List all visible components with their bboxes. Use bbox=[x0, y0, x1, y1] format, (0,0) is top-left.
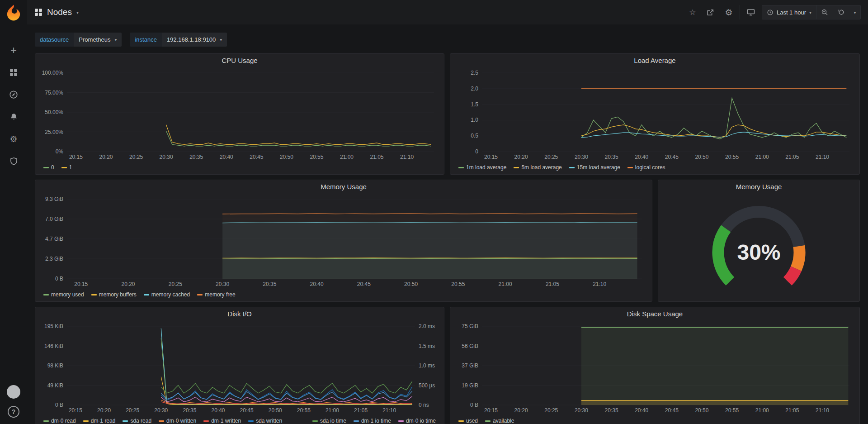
legend-item-sda-io-time[interactable]: sda io time bbox=[312, 418, 346, 424]
panel-title[interactable]: CPU Usage bbox=[35, 54, 444, 67]
plus-icon: + bbox=[10, 45, 17, 56]
disk-io-legend: dm-0 readdm-1 readsda readdm-0 writtendm… bbox=[43, 416, 436, 424]
legend-item-1[interactable]: 1 bbox=[61, 164, 72, 171]
caret-down-icon: ▾ bbox=[809, 10, 811, 15]
legend-item-memory-free[interactable]: memory free bbox=[197, 291, 235, 298]
svg-text:21:00: 21:00 bbox=[340, 154, 354, 160]
panel-title[interactable]: Disk I/O bbox=[35, 307, 444, 321]
svg-text:20:30: 20:30 bbox=[160, 154, 173, 160]
disk-io-chart[interactable]: 0 B0 ns49 KiB500 µs98 KiB1.0 ms146 KiB1.… bbox=[39, 322, 440, 415]
svg-text:20:40: 20:40 bbox=[635, 154, 648, 160]
star-dashboard-button[interactable]: ☆ bbox=[685, 5, 700, 19]
svg-text:21:10: 21:10 bbox=[816, 407, 829, 414]
zoom-out-button[interactable] bbox=[816, 5, 833, 19]
dashboards-grid-icon bbox=[9, 68, 18, 76]
dashboard-settings-button[interactable]: ⚙ bbox=[722, 5, 736, 19]
svg-text:20:20: 20:20 bbox=[514, 407, 528, 414]
template-variables: datasource Prometheus ▾ instance 192.168… bbox=[35, 33, 227, 47]
refresh-interval-dropdown[interactable]: ▾ bbox=[849, 5, 860, 19]
legend-item-dm-1-io-time[interactable]: dm-1 io time bbox=[354, 418, 391, 424]
gear-icon: ⚙ bbox=[9, 135, 17, 143]
disk-space-chart[interactable]: 0 B19 GiB37 GiB56 GiB75 GiB20:1520:2020:… bbox=[454, 322, 856, 415]
legend-item-dm-1-written[interactable]: dm-1 written bbox=[203, 418, 241, 424]
instance-select[interactable]: 192.168.1.18:9100 ▾ bbox=[162, 33, 227, 47]
sidebar-item-alerting[interactable] bbox=[8, 111, 19, 123]
sidebar-item-explore[interactable] bbox=[8, 89, 19, 100]
panel-memory-usage-gauge: Memory Usage 30% bbox=[658, 180, 860, 302]
refresh-button[interactable] bbox=[833, 5, 849, 19]
svg-text:20:25: 20:25 bbox=[544, 407, 558, 414]
svg-text:49 KiB: 49 KiB bbox=[47, 382, 63, 389]
svg-text:500 µs: 500 µs bbox=[419, 382, 435, 389]
sidebar-bottom: ? bbox=[7, 385, 20, 424]
help-icon: ? bbox=[8, 406, 19, 418]
svg-text:21:10: 21:10 bbox=[593, 281, 606, 287]
panel-title[interactable]: Load Average bbox=[450, 54, 859, 67]
svg-text:21:05: 21:05 bbox=[785, 407, 799, 414]
legend-item-15m-load-average[interactable]: 15m load average bbox=[569, 164, 620, 171]
sidebar-item-create[interactable]: + bbox=[8, 44, 19, 56]
memory-usage-chart[interactable]: 0 B2.3 GiB4.7 GiB7.0 GiB9.3 GiB20:1520:2… bbox=[39, 195, 648, 289]
svg-text:20:30: 20:30 bbox=[154, 407, 168, 414]
legend-item-memory-used[interactable]: memory used bbox=[43, 291, 84, 298]
legend-item-dm-0-io-time[interactable]: dm-0 io time bbox=[398, 418, 436, 424]
svg-text:20:55: 20:55 bbox=[297, 407, 311, 414]
svg-text:20:50: 20:50 bbox=[280, 154, 293, 160]
avatar-icon bbox=[7, 385, 20, 399]
legend-item-sda-written[interactable]: sda written bbox=[248, 418, 282, 424]
svg-text:20:20: 20:20 bbox=[99, 154, 113, 160]
caret-down-icon[interactable]: ▾ bbox=[76, 10, 79, 15]
svg-text:20:45: 20:45 bbox=[665, 154, 679, 160]
legend-item-sda-read[interactable]: sda read bbox=[123, 418, 151, 424]
legend-item-dm-1-read[interactable]: dm-1 read bbox=[83, 418, 116, 424]
sidebar-item-configuration[interactable]: ⚙ bbox=[8, 133, 19, 145]
svg-text:0.5: 0.5 bbox=[471, 133, 478, 139]
panel-title[interactable]: Memory Usage bbox=[658, 180, 859, 194]
dashboard-title[interactable]: Nodes bbox=[47, 7, 72, 17]
svg-text:20:15: 20:15 bbox=[74, 281, 88, 287]
zoom-out-icon bbox=[821, 9, 828, 16]
legend-item-memory-buffers[interactable]: memory buffers bbox=[91, 291, 137, 298]
sidebar-item-server-admin[interactable] bbox=[8, 155, 19, 167]
legend-item-1m-load-average[interactable]: 1m load average bbox=[458, 164, 506, 171]
svg-text:0 B: 0 B bbox=[55, 402, 63, 408]
svg-text:21:10: 21:10 bbox=[400, 154, 414, 160]
legend-item-available[interactable]: available bbox=[485, 418, 514, 424]
svg-text:146 KiB: 146 KiB bbox=[44, 343, 63, 349]
bell-icon bbox=[9, 113, 18, 121]
legend-item-used[interactable]: used bbox=[458, 418, 478, 424]
load-average-chart[interactable]: 00.51.01.52.02.520:1520:2020:2520:3020:3… bbox=[454, 68, 856, 162]
legend-item-0[interactable]: 0 bbox=[43, 164, 54, 171]
tv-mode-button[interactable] bbox=[744, 5, 758, 19]
time-range-picker[interactable]: Last 1 hour ▾ bbox=[762, 5, 816, 19]
svg-text:20:20: 20:20 bbox=[122, 281, 135, 287]
grafana-logo[interactable] bbox=[5, 4, 23, 22]
datasource-select[interactable]: Prometheus ▾ bbox=[74, 33, 122, 47]
legend-item-logical-cores[interactable]: logical cores bbox=[627, 164, 665, 171]
sidebar-item-dashboards[interactable] bbox=[8, 67, 19, 78]
svg-text:20:35: 20:35 bbox=[263, 281, 276, 287]
legend-item-5m-load-average[interactable]: 5m load average bbox=[514, 164, 561, 171]
user-avatar[interactable] bbox=[7, 385, 20, 399]
svg-text:21:00: 21:00 bbox=[326, 407, 339, 414]
legend-item-dm-0-read[interactable]: dm-0 read bbox=[43, 418, 76, 424]
variable-datasource: datasource Prometheus ▾ bbox=[35, 33, 122, 47]
gear-icon: ⚙ bbox=[725, 8, 732, 17]
panel-memory-usage: Memory Usage 0 B2.3 GiB4.7 GiB7.0 GiB9.3… bbox=[35, 180, 652, 302]
svg-text:7.0 GiB: 7.0 GiB bbox=[45, 216, 63, 222]
caret-down-icon: ▾ bbox=[854, 10, 856, 15]
share-dashboard-button[interactable] bbox=[703, 5, 718, 19]
panel-title[interactable]: Disk Space Usage bbox=[450, 307, 859, 321]
help-button[interactable]: ? bbox=[8, 406, 19, 418]
panel-title[interactable]: Memory Usage bbox=[35, 180, 652, 194]
variable-label: instance bbox=[130, 33, 161, 47]
cpu-usage-chart[interactable]: 0%25.00%50.00%75.00%100.00%20:1520:2020:… bbox=[39, 68, 440, 162]
legend-item-dm-0-written[interactable]: dm-0 written bbox=[159, 418, 196, 424]
svg-text:20:15: 20:15 bbox=[484, 407, 498, 414]
navbar-actions: ☆ ⚙ Last 1 hour ▾ bbox=[685, 5, 861, 19]
clock-icon bbox=[767, 9, 774, 16]
time-controls: Last 1 hour ▾ ▾ bbox=[762, 5, 861, 19]
memory-usage-gauge[interactable]: 30% bbox=[662, 195, 856, 298]
svg-text:4.7 GiB: 4.7 GiB bbox=[45, 236, 63, 242]
legend-item-memory-cached[interactable]: memory cached bbox=[144, 291, 190, 298]
